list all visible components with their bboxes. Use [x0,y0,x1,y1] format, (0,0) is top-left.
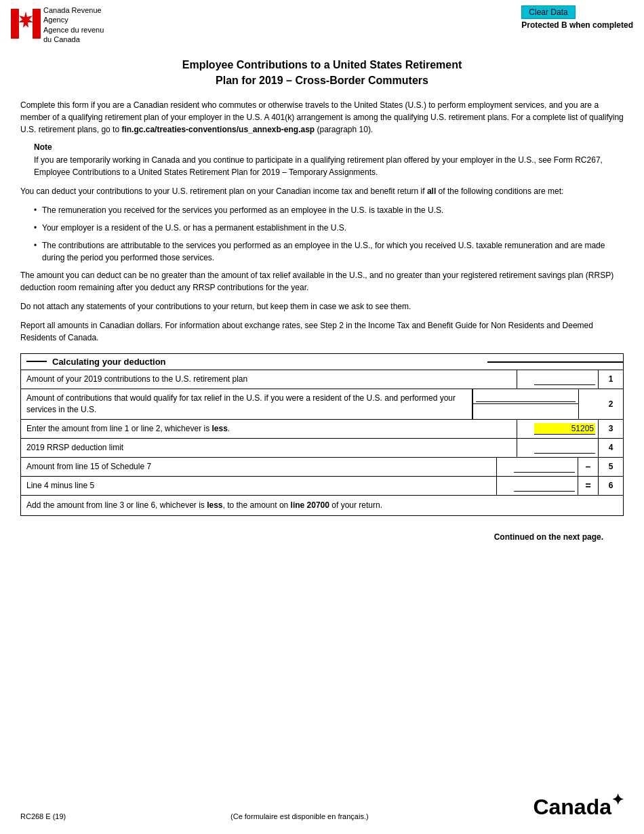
calc-line-4: 4 [599,439,623,457]
no-attach-para: Do not attach any statements of your con… [20,300,624,313]
calc-row-5: Amount from line 15 of Schedule 7 – 5 [21,458,623,477]
canadian-dollars-para: Report all amounts in Canadian dollars. … [20,319,624,344]
calc-input-area-6 [497,477,578,495]
calc-input-area-5 [497,458,578,476]
calc-input-5[interactable] [514,461,575,473]
calc-input-4[interactable] [534,442,595,454]
calculation-section: Calculating your deduction Amount of you… [20,353,624,516]
calc-line-6: 6 [599,477,623,495]
calc-desc-3: Enter the amount from line 1 or line 2, … [21,420,517,438]
page-footer: RC268 E (19) (Ce formulaire est disponib… [0,791,644,820]
calc-final-desc: Add the amount from line 3 or line 6, wh… [21,496,623,515]
calc-section-header: Calculating your deduction [21,354,623,370]
calc-input-3[interactable] [534,423,595,435]
protected-label: Protected B when completed [521,20,633,30]
calc-desc-2: Amount of contributions that would quali… [21,389,472,419]
calc-input-area-3 [517,420,599,438]
agency-name-fr2: du Canada [43,35,104,44]
condition-1: The remuneration you received for the se… [34,204,624,216]
calc-row-1: Amount of your 2019 contributions to the… [21,370,623,389]
calc-input-2[interactable] [476,391,576,402]
calc-row-3: Enter the amount from line 1 or line 2, … [21,420,623,439]
svg-rect-1 [33,9,41,39]
agency-name-en2: Agency [43,15,104,24]
french-availability: (Ce formulaire est disponible en françai… [230,812,369,820]
calc-input-6[interactable] [514,480,575,492]
calc-line-5: 5 [599,458,623,476]
intro-paragraph-1: Complete this form if you are a Canadian… [20,99,624,136]
form-title: Employee Contributions to a United State… [27,58,617,88]
calc-line-1: 1 [599,370,623,389]
calc-final-row: Add the amount from line 3 or line 6, wh… [21,496,623,515]
calc-line-3: 3 [599,420,623,438]
calc-row-6: Line 4 minus line 5 = 6 [21,477,623,496]
note-title: Note [34,142,624,152]
calc-row-2: Amount of contributions that would quali… [21,389,623,420]
calc-desc-6: Line 4 minus line 5 [21,477,497,495]
calc-line-2: 2 [599,389,623,419]
form-code: RC268 E (19) [20,812,66,820]
calc-symbol-5: – [578,458,599,476]
agency-name-fr: Agence du revenu [43,25,104,35]
condition-3: The contributions are attributable to th… [34,239,624,264]
agency-name-en: Canada Revenue [43,5,104,15]
calc-row-4: 2019 RRSP deduction limit 4 [21,439,623,458]
calc-input-area-4 [517,439,599,457]
conditions-list: The remuneration you received for the se… [34,204,624,264]
canada-wordmark: Canada✦ [533,791,624,820]
condition-2: Your employer is a resident of the U.S. … [34,222,624,234]
calc-desc-5: Amount from line 15 of Schedule 7 [21,458,497,476]
continued-text: Continued on the next page. [20,525,624,549]
clear-data-button[interactable]: Clear Data [521,5,575,19]
calc-symbol-6: = [578,477,599,495]
svg-rect-0 [11,9,19,39]
conditions-intro: You can deduct your contributions to you… [20,185,624,197]
calc-desc-1: Amount of your 2019 contributions to the… [21,370,517,389]
calc-input-1[interactable] [534,374,595,385]
note-text: If you are temporarily working in Canada… [34,154,624,178]
calc-desc-4: 2019 RRSP deduction limit [21,439,517,457]
note-box: Note If you are temporarily working in C… [34,142,624,178]
calc-input-area-1 [517,370,599,389]
deduction-limit-para: The amount you can deduct can be no grea… [20,269,624,294]
canada-flag-logo [11,9,41,41]
